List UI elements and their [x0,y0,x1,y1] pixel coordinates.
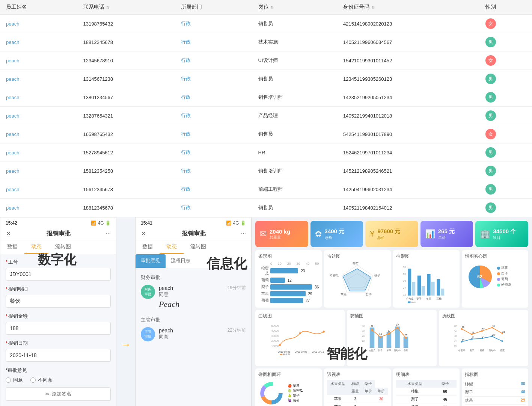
cell-name[interactable]: peach [0,15,77,33]
curve-chart-title: 曲线图 [258,313,342,319]
svg-text:葡萄: 葡萄 [353,262,359,265]
cell-dept[interactable]: 行政 [175,70,252,88]
field-date-input[interactable] [6,349,111,362]
cell-name[interactable]: peach [0,51,77,70]
tab-flow[interactable]: 流转图 [48,240,78,254]
manager-approver-info: peach 22分钟前 同意 [159,327,246,340]
cell-name[interactable]: peach [0,70,77,88]
svg-text:香蕉: 香蕉 [500,349,504,352]
phone-subtabs[interactable]: 审批意见 流程日志 [136,254,251,268]
add-signature-label: 添加签名 [52,391,71,397]
indicator-persimmon: 柿椒 60 [465,380,525,388]
radio-disagree[interactable] [30,377,36,383]
cell-gender: 男 [479,33,532,51]
cell-position: 前端工程师 [252,180,338,199]
more-icon[interactable]: ··· [106,230,111,237]
cell-dept[interactable]: 行政 [175,143,252,162]
cell-name[interactable]: peach [0,143,77,162]
ind-val-apple: 29 [521,398,525,403]
stat-card-price2: ¥ 97600 元 总价 [365,221,418,247]
stat-label-weight: 总重量 [270,235,304,240]
middle-more-icon[interactable]: ··· [241,230,246,237]
tab-dynamic[interactable]: 动态 [24,240,48,254]
pivot-th-fruit: 水果类型 [327,380,349,388]
phone-left-tabs[interactable]: 数据 动态 流转图 [0,240,116,254]
field-amount-input[interactable] [6,322,111,335]
cell-position: UI设计师 [252,51,338,70]
field-job-number-input[interactable] [6,268,111,281]
gender-badge: 男 [485,166,496,176]
svg-text:19: 19 [454,345,457,347]
audit-options[interactable]: 同意 不同意 [6,377,111,383]
cell-dept[interactable]: 行政 [175,88,252,107]
stat-building-icon: 🏢 [480,229,490,239]
stats-row: ✉ 2040 kg 总重量 ✿ 3400 元 总价 ¥ 97600 元 总价 [255,221,528,247]
charts-row2: 曲线图 50000 40000 30000 20000 10000 2019-0… [255,310,528,366]
tab-data[interactable]: 数据 [0,240,24,254]
pie-label-apple: 苹果 [501,266,508,270]
cell-name[interactable]: peach [0,162,77,180]
middle-close-icon[interactable]: ✕ [141,229,146,238]
middle-tab-dynamic[interactable]: 动态 [160,240,184,254]
cell-id: 421514198902020123 [337,15,479,33]
cell-dept[interactable]: 行政 [175,199,252,217]
phone-left-title: 报销审批 [47,230,71,238]
cell-dept[interactable]: 行政 [175,125,252,143]
cell-dept[interactable]: 行政 [175,107,252,125]
detail-table: 水果类型 梨子 柿椒 60 梨子 46 [396,380,457,406]
subtab-process-log[interactable]: 流程日志 [166,254,196,268]
cell-name[interactable]: peach [0,125,77,143]
cell-dept[interactable]: 行政 [175,15,252,33]
pivot-th-unitprice: 单价 [362,388,375,395]
cell-name[interactable]: peach [0,199,77,217]
cell-id: 152462199701011234 [337,143,479,162]
cell-name[interactable]: peach [0,107,77,125]
pivot-cell-v6 [375,403,388,406]
bar-row-4: 葡萄 27 [258,298,319,303]
cell-name[interactable]: peach [0,33,77,51]
svg-text:香蕉: 香蕉 [404,349,408,352]
manager-approver-time: 22分钟前 [228,327,246,334]
detail-val-2: 46 [434,395,456,403]
table-row: peach 15278945612 行政 HR 1524621997010112… [0,143,532,162]
audit-section: *审批意见 同意 不同意 ✏ 添加签名 [6,367,111,401]
cell-dept[interactable]: 行政 [175,33,252,51]
close-icon[interactable]: ✕ [6,229,11,238]
svg-text:42: 42 [396,324,399,326]
pie-label-pear: 梨子 [501,271,508,276]
cell-name[interactable]: peach [0,88,77,107]
cell-gender: 男 [479,162,532,180]
svg-text:50000: 50000 [271,324,279,328]
stat-label-price2: 总价 [377,235,413,240]
cell-name[interactable]: peach [0,180,77,199]
indicator-list: 柿椒 60 梨子 46 苹果 29 葡萄 27 [465,380,525,406]
bar-label-3: 苹果 [258,291,269,296]
radio-agree[interactable] [6,377,11,383]
bar-fill-4 [270,298,303,303]
cell-dept[interactable]: 行政 [175,162,252,180]
svg-text:32: 32 [482,328,485,331]
cell-phone: 15812354258 [77,162,175,180]
svg-rect-19 [431,282,434,296]
cell-dept[interactable]: 行政 [175,51,252,70]
option-agree[interactable]: 同意 [6,377,23,383]
gender-badge: 男 [485,147,496,158]
manager-approver-avatar: 主管审批 [141,327,155,341]
pivot-table-card: 透视表 水果类型 柿椒 梨子 重量 单价 单价 [324,368,390,406]
stat-info-unit-price: 265 元 单价 [438,228,469,240]
pivot-th-unitprice2: 单价 [375,388,388,395]
add-signature-button[interactable]: ✏ 添加签名 [6,387,111,401]
subtab-approval-opinion[interactable]: 审批意见 [136,254,166,268]
middle-tab-flow[interactable]: 流转图 [184,240,213,254]
svg-text:苹果: 苹果 [341,293,347,296]
option-disagree[interactable]: 不同意 [30,377,53,383]
line-chart-title: 折线图 [442,313,525,319]
cell-dept[interactable]: 行政 [175,180,252,199]
svg-text:苹果: 苹果 [387,349,391,352]
middle-tab-data[interactable]: 数据 [136,240,160,254]
phone-middle-tabs[interactable]: 数据 动态 流转图 [136,240,251,254]
svg-text:28: 28 [472,331,475,334]
finance-approver-time: 19分钟前 [228,285,246,291]
field-amount-label: *报销金额 [6,313,111,320]
field-reimbursement-input[interactable] [6,295,111,308]
